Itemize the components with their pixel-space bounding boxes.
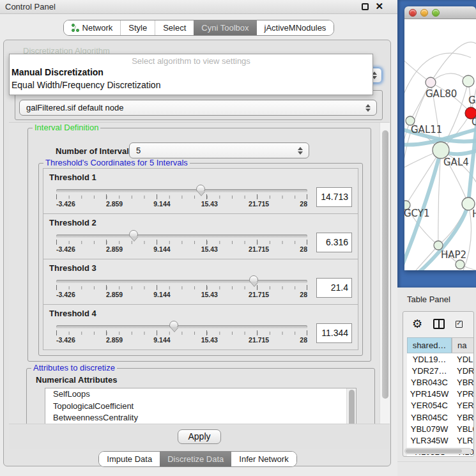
node-table: shared… na YDL19… YDL1 YDR27… YDR2 YBR04… xyxy=(407,337,474,457)
tick-label: 2.859 xyxy=(106,291,123,298)
table-row[interactable]: YBL079W YBL0 xyxy=(407,423,474,434)
settings-scroll-viewport: Interval Definition Number of Intervals … xyxy=(9,122,390,424)
table-row[interactable]: YDL19… YDL1 xyxy=(407,353,474,365)
tick-label: 15.43 xyxy=(201,200,218,208)
column-header-shared-name[interactable]: shared… xyxy=(407,337,452,353)
minimize-traffic-light-icon[interactable] xyxy=(420,9,428,17)
table-row[interactable]: YPR145W YPR1 xyxy=(407,388,474,400)
table-row[interactable]: YBR043C YBR0 xyxy=(407,376,474,388)
table-panel-title: Table Panel xyxy=(407,295,450,304)
network-node-label: GAL4 xyxy=(443,157,469,168)
list-scrollbar[interactable] xyxy=(346,388,356,424)
zoom-traffic-light-icon[interactable] xyxy=(432,9,440,17)
network-node[interactable] xyxy=(463,75,474,87)
threshold-3-label: Threshold 3 xyxy=(49,263,96,273)
threshold-3-slider[interactable]: -3.4262.8599.14415.4321.71528 xyxy=(56,276,307,299)
main-scrollbar[interactable] xyxy=(380,123,390,424)
threshold-4-value-field[interactable]: 11.344 xyxy=(316,323,352,343)
threshold-2-block: Threshold 2 -3.4262.8599.14415.4321.7152… xyxy=(43,213,358,259)
threshold-2-value-field[interactable]: 6.316 xyxy=(316,233,352,252)
threshold-2-slider[interactable]: -3.4262.8599.14415.4321.71528 xyxy=(56,231,307,254)
tick-label: 9.144 xyxy=(153,200,170,208)
tick-label: 2.859 xyxy=(106,245,123,253)
close-icon[interactable]: ✕ xyxy=(375,1,383,12)
threshold-4-slider[interactable]: -3.4262.8599.14415.4321.71528 xyxy=(56,321,307,344)
tab-discretize-data[interactable]: Discretize Data xyxy=(160,452,231,466)
algorithm-popup-item[interactable]: Manual Discretization xyxy=(10,66,372,79)
threshold-4-block: Threshold 4 -3.4262.8599.14415.4321.7152… xyxy=(43,304,358,350)
columns-icon[interactable] xyxy=(433,319,445,329)
tick-label: 15.43 xyxy=(201,245,218,253)
tick-label: 9.144 xyxy=(153,336,170,344)
network-node[interactable] xyxy=(434,241,443,250)
network-node-label: GAL80 xyxy=(426,88,457,100)
column-header-name[interactable]: na xyxy=(452,337,474,353)
attribute-list-item[interactable]: SelfLoops xyxy=(45,388,356,401)
combo-arrows-icon xyxy=(365,104,371,112)
tick-label: 15.43 xyxy=(201,291,218,298)
tick-label: 9.144 xyxy=(153,291,170,298)
threshold-1-value-field[interactable]: 14.713 xyxy=(316,187,352,207)
tick-label: -3.426 xyxy=(56,336,75,344)
network-window: GAL80GACGAL11GAL4GCY1HHAP2 xyxy=(404,6,476,270)
network-node-label: HAP2 xyxy=(441,249,466,261)
tick-label: 28 xyxy=(300,245,307,253)
table-data-combo[interactable]: galFiltered.sif default node xyxy=(19,100,377,116)
threshold-1-label: Threshold 1 xyxy=(49,173,96,182)
tab-impute-data[interactable]: Impute Data xyxy=(99,452,160,466)
attribute-list-item[interactable]: BetweennessCentrality xyxy=(45,412,356,424)
tick-label: 21.715 xyxy=(249,245,269,253)
checkbox-icon[interactable] xyxy=(473,321,474,328)
tab-jactivemnodules[interactable]: jActiveMNodules xyxy=(257,20,334,35)
attribute-list-item[interactable]: TopologicalCoefficient xyxy=(45,401,356,413)
attributes-group: Attributes to discretize Numerical Attri… xyxy=(26,368,375,424)
tab-network[interactable]: Network xyxy=(64,20,121,35)
bottom-tab-bar: Impute Data Discretize Data Infer Networ… xyxy=(4,451,392,467)
tick-label: -3.426 xyxy=(56,291,75,298)
table-row[interactable]: YBR045C YBR0 xyxy=(407,411,474,423)
panel-divider xyxy=(397,461,476,462)
checkbox-icon[interactable] xyxy=(456,321,463,328)
tick-label: 2.859 xyxy=(106,200,123,208)
numerical-attributes-label: Numerical Attributes xyxy=(36,375,117,385)
apply-button[interactable]: Apply xyxy=(178,429,221,444)
cyni-toolbox-panel: Discretization Algorithm Select algorith… xyxy=(3,40,391,466)
threshold-1-slider[interactable]: -3.4262.8599.14415.4321.71528 xyxy=(56,185,307,208)
tab-infer-network[interactable]: Infer Network xyxy=(231,452,296,466)
close-traffic-light-icon[interactable] xyxy=(409,9,417,17)
number-of-intervals-label: Number of Intervals xyxy=(56,146,134,156)
tick-label: -3.426 xyxy=(56,245,75,253)
network-node-label: H xyxy=(472,208,476,220)
numerical-attributes-list[interactable]: SelfLoopsTopologicalCoefficientBetweenne… xyxy=(45,388,357,424)
network-node[interactable] xyxy=(426,77,436,88)
network-node-label: GA xyxy=(468,95,476,106)
table-row[interactable]: YLR345W YLR3 xyxy=(407,434,474,446)
table-row[interactable]: YER054C YER0 xyxy=(407,400,474,411)
table-horizontal-scrollbar[interactable] xyxy=(404,448,472,454)
gear-icon[interactable]: ⚙ xyxy=(412,318,422,330)
thresholds-group-title: Threshold's Coordinates for 5 Intervals xyxy=(43,158,190,167)
network-window-titlebar[interactable] xyxy=(404,6,476,19)
network-canvas[interactable]: GAL80GACGAL11GAL4GCY1HHAP2 xyxy=(404,19,476,270)
algorithm-dropdown-popup: Select algorithm to view settings Manual… xyxy=(9,54,373,95)
threshold-2-label: Threshold 2 xyxy=(49,218,96,227)
network-node[interactable] xyxy=(456,260,464,269)
attributes-group-title: Attributes to discretize xyxy=(31,364,117,372)
tick-label: -3.426 xyxy=(56,200,75,208)
thresholds-group: Threshold's Coordinates for 5 Intervals … xyxy=(38,163,363,356)
tab-select[interactable]: Select xyxy=(155,20,194,35)
table-panel-section: Table Panel ⚙ shared… na YDL19… YDL1 YDR… xyxy=(397,288,476,476)
tab-style[interactable]: Style xyxy=(120,20,155,35)
control-panel-title: Control Panel xyxy=(5,2,56,12)
table-toolbar: ⚙ xyxy=(403,312,474,336)
float-window-icon[interactable] xyxy=(362,3,369,10)
algorithm-popup-hint: Select algorithm to view settings xyxy=(10,54,372,66)
algorithm-popup-item[interactable]: Equal Width/Frequency Discretization xyxy=(10,79,372,91)
tab-cyni-toolbox[interactable]: Cyni Toolbox xyxy=(194,20,256,35)
table-row[interactable]: YDR27… YDR2 xyxy=(407,365,474,376)
top-tab-bar: Network Style Select Cyni Toolbox jActiv… xyxy=(0,20,397,36)
tick-label: 21.715 xyxy=(249,336,269,344)
threshold-3-value-field[interactable]: 21.4 xyxy=(316,278,352,298)
tick-label: 28 xyxy=(300,291,307,298)
number-of-intervals-combo[interactable]: 5 xyxy=(129,142,309,158)
